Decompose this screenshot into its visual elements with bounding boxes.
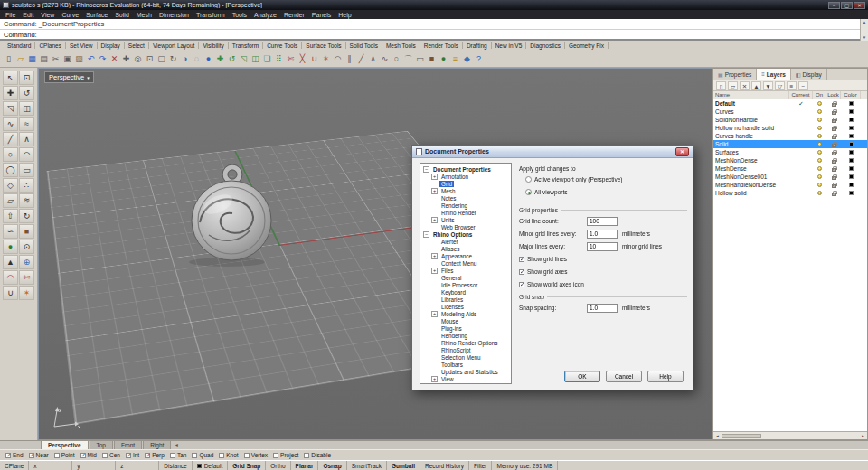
- line-icon[interactable]: ╱: [355, 52, 367, 65]
- radio-all-viewports[interactable]: All viewports: [525, 187, 687, 197]
- tree-expander-icon[interactable]: +: [431, 311, 438, 317]
- new-file-icon[interactable]: ▯: [3, 52, 14, 65]
- curve-icon[interactable]: ∿: [379, 52, 391, 65]
- layer-lock-cell[interactable]: [826, 148, 841, 156]
- scroll-right-icon[interactable]: ►: [859, 434, 867, 438]
- tree-expander-icon[interactable]: −: [423, 231, 429, 238]
- layer-lock-cell[interactable]: [826, 116, 841, 124]
- layer-row-meshnondense001[interactable]: MeshNonDense001: [713, 173, 867, 181]
- status-toggle-filter[interactable]: Filter: [469, 461, 492, 470]
- toolbar-tab-curve-tools[interactable]: Curve Tools: [263, 42, 302, 49]
- rotate-view-icon[interactable]: ↻: [167, 52, 179, 65]
- lock-icon[interactable]: [832, 103, 836, 107]
- osnap-mid[interactable]: Mid: [80, 452, 97, 458]
- layer-row-solidnonhandle[interactable]: SolidNonHandle: [713, 116, 867, 124]
- menu-tools[interactable]: Tools: [229, 12, 250, 18]
- menu-render[interactable]: Render: [280, 12, 308, 18]
- lock-icon[interactable]: [832, 152, 836, 155]
- layer-color-cell[interactable]: [841, 116, 861, 124]
- checkbox-icon[interactable]: [192, 453, 197, 458]
- pendant-model[interactable]: [182, 159, 281, 268]
- tree-item-plug-ins[interactable]: Plug-ins: [420, 324, 511, 332]
- tree-item-mesh[interactable]: +Mesh: [420, 187, 511, 194]
- zoom-dynamic-icon[interactable]: ◎: [132, 52, 144, 65]
- tree-expander-icon[interactable]: +: [431, 217, 438, 223]
- tree-item-toolbars[interactable]: Toolbars: [420, 361, 511, 368]
- explode-icon[interactable]: ✶: [320, 52, 332, 65]
- tree-item-rhino-render[interactable]: Rhino Render: [420, 209, 511, 216]
- checkbox-show-grid-axes[interactable]: Show grid axes: [519, 267, 687, 277]
- tree-item-rhinoscript[interactable]: RhinoScript: [420, 346, 511, 353]
- trim-icon[interactable]: ✄: [19, 270, 34, 285]
- sphere-icon[interactable]: ●: [3, 240, 18, 254]
- rectangle-icon[interactable]: ▭: [414, 52, 426, 65]
- checkbox-icon[interactable]: [244, 453, 250, 458]
- checkbox-icon[interactable]: [273, 453, 278, 458]
- checkbox-icon[interactable]: [126, 453, 131, 458]
- layer-row-meshnondense[interactable]: MeshNonDense: [713, 156, 867, 164]
- tree-item-modeling-aids[interactable]: +Modeling Aids: [420, 310, 511, 317]
- menu-mesh[interactable]: Mesh: [133, 12, 156, 18]
- checkbox-icon[interactable]: [519, 269, 524, 275]
- tab-display[interactable]: ◧Display: [791, 69, 827, 80]
- layers-icon[interactable]: ≡: [449, 52, 461, 65]
- layer-lock-cell[interactable]: [826, 181, 841, 189]
- toolbar-tab-set-view[interactable]: Set View: [66, 42, 98, 49]
- layer-on-cell[interactable]: [813, 140, 826, 148]
- rectangle-icon[interactable]: ▭: [19, 163, 34, 177]
- layer-color-cell[interactable]: [841, 164, 861, 173]
- layer-row-solid[interactable]: Solid: [713, 140, 867, 148]
- scale-icon[interactable]: ◹: [3, 101, 18, 116]
- tree-item-units[interactable]: +Units: [420, 216, 511, 223]
- layer-lock-cell[interactable]: [826, 173, 841, 181]
- lock-icon[interactable]: [832, 136, 836, 139]
- layer-lock-cell[interactable]: [826, 164, 841, 173]
- viewport-tab-perspective[interactable]: Perspective: [41, 440, 89, 449]
- osnap-int[interactable]: Int: [126, 452, 139, 458]
- curve-icon[interactable]: ∿: [3, 117, 18, 131]
- scroll-down-icon[interactable]: ▼: [863, 35, 866, 40]
- maximize-button[interactable]: ▢: [841, 2, 853, 9]
- radio-active-viewport-only-perspective[interactable]: Active viewport only (Perspective): [525, 174, 687, 184]
- layer-color-cell[interactable]: [841, 140, 861, 148]
- checkbox-icon[interactable]: [102, 453, 108, 458]
- osnap-tan[interactable]: Tan: [170, 452, 186, 458]
- osnap-vertex[interactable]: Vertex: [244, 452, 268, 458]
- help-icon[interactable]: ?: [473, 52, 485, 65]
- box-icon[interactable]: ■: [19, 224, 34, 239]
- checkbox-show-world-axes-icon[interactable]: Show world axes icon: [519, 279, 687, 289]
- offset-icon[interactable]: ∥: [344, 52, 355, 65]
- osnap-quad[interactable]: Quad: [192, 452, 213, 458]
- cone-icon[interactable]: ▲: [3, 255, 18, 269]
- bulb-icon[interactable]: [817, 183, 822, 187]
- cancel-button[interactable]: Cancel: [606, 371, 642, 382]
- layer-color-cell[interactable]: [841, 132, 861, 140]
- status-toggle-smarttrack[interactable]: SmartTrack: [347, 461, 387, 470]
- arc-icon[interactable]: ⌒: [402, 52, 414, 65]
- layer-row-hollow-no-handle-solid[interactable]: Hollow no handle solid: [713, 124, 867, 132]
- lock-icon[interactable]: [832, 184, 836, 188]
- layer-lock-cell[interactable]: [826, 108, 841, 116]
- wireframe-viewport-icon[interactable]: ◌: [191, 52, 203, 65]
- field-input-snap-spacing[interactable]: [587, 304, 618, 313]
- rotate-icon[interactable]: ↺: [226, 52, 238, 65]
- arc-icon[interactable]: ◠: [19, 147, 34, 162]
- checkbox-icon[interactable]: [145, 453, 150, 458]
- lock-icon[interactable]: [832, 160, 836, 164]
- layer-lock-cell[interactable]: [826, 156, 841, 164]
- tree-item-updates-and-statistics[interactable]: Updates and Statistics: [420, 368, 511, 375]
- layer-lock-cell[interactable]: [826, 189, 841, 197]
- copy-icon[interactable]: ▣: [61, 52, 73, 65]
- tree-item-general[interactable]: General: [420, 274, 511, 281]
- status-toggle-ortho[interactable]: Ortho: [266, 461, 290, 470]
- trim-icon[interactable]: ✄: [285, 52, 297, 65]
- zoom-extents-icon[interactable]: ▢: [156, 52, 167, 65]
- status-toggle-planar[interactable]: Planar: [291, 461, 319, 470]
- sphere-icon[interactable]: ●: [438, 52, 449, 65]
- layer-on-cell[interactable]: [813, 124, 826, 132]
- fillet-edge-icon[interactable]: ◠: [3, 270, 18, 285]
- properties-icon[interactable]: ◆: [461, 52, 473, 65]
- mirror-icon[interactable]: ◫: [250, 52, 261, 65]
- bulb-icon[interactable]: [817, 150, 822, 155]
- revolve-icon[interactable]: ↻: [19, 209, 34, 223]
